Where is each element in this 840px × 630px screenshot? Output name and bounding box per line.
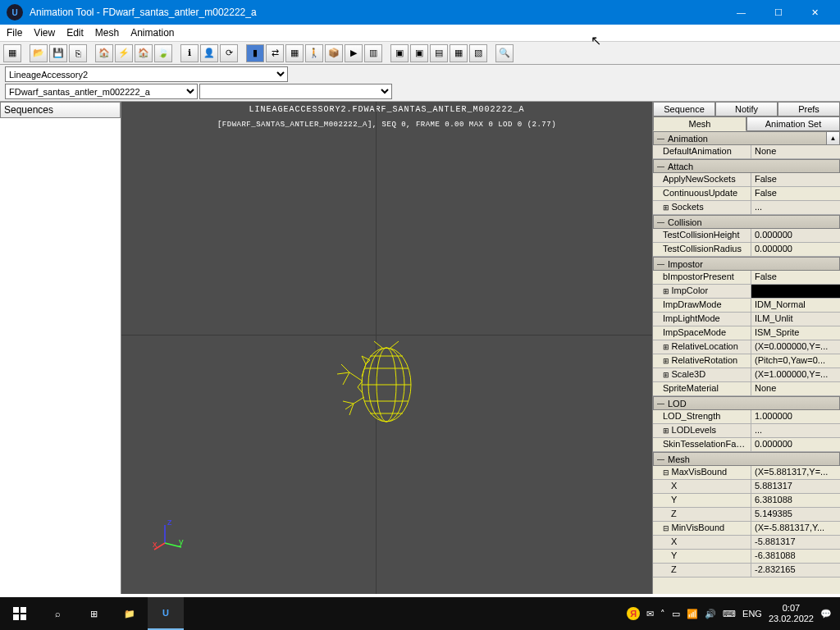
tool-arrows-icon[interactable]: ⇄	[266, 44, 284, 62]
prop-lod-strength[interactable]: LOD_Strength1.000000	[653, 410, 840, 424]
taskbar-search-icon[interactable]: ⌕	[39, 597, 75, 630]
tool-action-icon[interactable]: ⚡	[115, 44, 133, 62]
group-animation[interactable]: Animation	[653, 131, 840, 145]
svg-text:y: y	[179, 536, 184, 546]
prop-lod-levels[interactable]: LODLevels...	[653, 424, 840, 438]
group-mesh[interactable]: Mesh	[653, 452, 840, 466]
viewport[interactable]: LINEAGEACCESSORY2.FDWARF_SANTAS_ANTLER_M…	[121, 102, 652, 594]
prop-skin-tesselation[interactable]: SkinTesselationFac...0.000000	[653, 438, 840, 452]
prop-min-x[interactable]: X-5.881317	[653, 536, 840, 550]
tray-battery-icon[interactable]: ▭	[672, 609, 680, 619]
svg-rect-15	[21, 607, 26, 613]
start-button[interactable]	[0, 597, 39, 630]
third-combo[interactable]	[199, 84, 392, 99]
tool-walk-icon[interactable]: 🚶	[305, 44, 323, 62]
svg-text:z: z	[167, 518, 172, 527]
prop-min-z[interactable]: Z-2.832165	[653, 564, 840, 578]
prop-relative-rotation[interactable]: RelativeRotation(Pitch=0,Yaw=0...	[653, 354, 840, 368]
menubar: File View Edit Mesh Animation	[0, 25, 840, 42]
tab-sequence[interactable]: Sequence	[653, 102, 715, 116]
tray-language[interactable]: ENG	[742, 609, 762, 619]
prop-collision-radius[interactable]: TestCollisionRadius0.000000	[653, 243, 840, 257]
tool-box-icon[interactable]: 📦	[325, 44, 343, 62]
tool-palette-icon[interactable]: ▥	[364, 44, 382, 62]
prop-collision-height[interactable]: TestCollisionHeight0.000000	[653, 229, 840, 243]
tool-leaf-icon[interactable]: 🍃	[154, 44, 172, 62]
menu-animation[interactable]: Animation	[130, 27, 174, 39]
tray-keyboard-icon[interactable]: ⌨	[723, 609, 736, 619]
tool-person-icon[interactable]: 👤	[200, 44, 218, 62]
tool-block2-icon[interactable]: ▣	[410, 44, 428, 62]
tray-notifications-icon[interactable]: 💬	[820, 609, 832, 619]
package-combo[interactable]: LineageAccessory2	[5, 66, 288, 82]
prop-sockets[interactable]: Sockets...	[653, 201, 840, 215]
prop-min-y[interactable]: Y-6.381088	[653, 550, 840, 564]
menu-edit[interactable]: Edit	[66, 27, 84, 39]
tool-block4-icon[interactable]: ▦	[450, 44, 468, 62]
group-attach[interactable]: Attach	[653, 159, 840, 173]
menu-view[interactable]: View	[34, 27, 55, 39]
tool-refresh-icon[interactable]: ⟳	[220, 44, 238, 62]
menu-file[interactable]: File	[7, 27, 22, 39]
menu-mesh[interactable]: Mesh	[95, 27, 119, 39]
tool-block3-icon[interactable]: ▤	[430, 44, 448, 62]
tray-volume-icon[interactable]: 🔊	[705, 609, 716, 619]
prop-continuous-update[interactable]: ContinuousUpdateFalse	[653, 187, 840, 201]
prop-max-z[interactable]: Z5.149385	[653, 508, 840, 522]
app-icon: U	[7, 4, 23, 21]
tray-chevron-icon[interactable]: ˄	[660, 609, 665, 619]
tool-home-icon[interactable]: 🏠	[95, 44, 113, 62]
properties-list[interactable]: ▲ Animation DefaultAnimationNone Attach …	[653, 131, 840, 594]
svg-rect-14	[13, 607, 19, 613]
system-tray: Я ✉ ˄ ▭ 📶 🔊 ⌨ ENG 0:07 23.02.2022 💬	[619, 603, 840, 624]
scroll-up-icon[interactable]: ▲	[826, 131, 840, 145]
prop-imp-draw-mode[interactable]: ImpDrawModeIDM_Normal	[653, 299, 840, 313]
minimize-button[interactable]: —	[723, 0, 760, 25]
tab-mesh[interactable]: Mesh	[653, 116, 746, 131]
tray-yandex-icon[interactable]: Я	[627, 607, 640, 620]
prop-default-animation[interactable]: DefaultAnimationNone	[653, 145, 840, 159]
tool-save-icon[interactable]: 💾	[49, 44, 67, 62]
taskbar-explorer-icon[interactable]: 📁	[112, 597, 148, 630]
prop-max-x[interactable]: X5.881317	[653, 480, 840, 494]
tool-blueblock-icon[interactable]: ▮	[246, 44, 264, 62]
tool-block5-icon[interactable]: ▧	[469, 44, 487, 62]
group-lod[interactable]: LOD	[653, 396, 840, 410]
prop-imp-color[interactable]: ImpColor	[653, 285, 840, 299]
prop-impostor-present[interactable]: bImpostorPresentFalse	[653, 271, 840, 285]
prop-min-vis-bound[interactable]: MinVisBound(X=-5.881317,Y...	[653, 522, 840, 536]
tab-prefs[interactable]: Prefs	[778, 102, 840, 116]
taskbar: ⌕ ⊞ 📁 U Я ✉ ˄ ▭ 📶 🔊 ⌨ ENG 0:07 23.02.202…	[0, 597, 840, 630]
prop-sprite-material[interactable]: SpriteMaterialNone	[653, 382, 840, 396]
prop-imp-space-mode[interactable]: ImpSpaceModeISM_Sprite	[653, 326, 840, 340]
tray-wifi-icon[interactable]: 📶	[687, 609, 698, 619]
viewport-header-text: LINEAGEACCESSORY2.FDWARF_SANTAS_ANTLER_M…	[121, 102, 652, 114]
tool-open-icon[interactable]: 📂	[30, 44, 48, 62]
taskbar-taskview-icon[interactable]: ⊞	[75, 597, 112, 630]
tool-new-icon[interactable]: ▦	[3, 44, 21, 62]
prop-scale-3d[interactable]: Scale3D(X=1.000000,Y=...	[653, 368, 840, 382]
tool-copy-icon[interactable]: ⎘	[69, 44, 87, 62]
tab-animset[interactable]: Animation Set	[746, 116, 840, 131]
group-collision[interactable]: Collision	[653, 215, 840, 229]
tool-search-icon[interactable]: 🔍	[495, 44, 514, 62]
prop-imp-light-mode[interactable]: ImpLightModeILM_Unlit	[653, 313, 840, 326]
tray-datetime[interactable]: 0:07 23.02.2022	[769, 603, 814, 624]
prop-max-vis-bound[interactable]: MaxVisBound(X=5.881317,Y=...	[653, 466, 840, 480]
prop-relative-location[interactable]: RelativeLocation(X=0.000000,Y=...	[653, 340, 840, 354]
prop-max-y[interactable]: Y6.381088	[653, 494, 840, 508]
close-button[interactable]: ✕	[797, 0, 833, 25]
tray-mail-icon[interactable]: ✉	[646, 609, 654, 619]
tool-grid-icon[interactable]: ▦	[285, 44, 304, 62]
taskbar-app-icon[interactable]: U	[148, 597, 184, 630]
tool-info-icon[interactable]: ℹ	[180, 44, 199, 62]
tool-house-icon[interactable]: 🏠	[135, 44, 153, 62]
asset-combo[interactable]: FDwarf_santas_antler_m002222_a	[5, 84, 198, 99]
group-impostor[interactable]: Impostor	[653, 257, 840, 271]
tool-play-icon[interactable]: ▶	[345, 44, 363, 62]
prop-apply-new-sockets[interactable]: ApplyNewSocketsFalse	[653, 173, 840, 187]
maximize-button[interactable]: ☐	[760, 0, 797, 25]
tool-block1-icon[interactable]: ▣	[390, 44, 409, 62]
tab-notify[interactable]: Notify	[715, 102, 778, 116]
mesh-wireframe	[325, 340, 431, 430]
